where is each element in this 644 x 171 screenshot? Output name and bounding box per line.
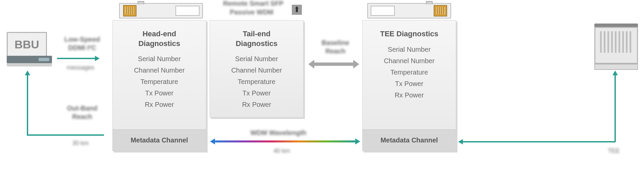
label-outband-sub: 30 km: [64, 139, 97, 147]
list-item: Serial Number: [363, 44, 456, 55]
arrow-baseline-double: [314, 62, 354, 66]
list-item: Temperature: [113, 76, 206, 87]
label-remote-sfp: Remote Smart SFP: [210, 0, 297, 8]
panel-head-footer: Metadata Channel: [113, 129, 206, 151]
label-tee-sub: TEE: [597, 147, 631, 155]
wdm-box-icon: [292, 5, 302, 15]
sfp-head-icon: [119, 1, 203, 20]
label-wdm: WDM Wavelength: [228, 129, 329, 137]
label-passive-wdm: Passive WDM: [221, 8, 282, 16]
label-out-band: Out-Band Reach: [57, 104, 107, 121]
panel-tail-end: Tail-end Diagnostics Serial Number Chann…: [210, 20, 304, 118]
arrow-right-corner: [463, 141, 464, 142]
label-low-speed-text: Low-Speed DDMI I²C: [64, 36, 100, 51]
panel-tail-title-l2: Diagnostics: [236, 39, 278, 48]
list-item: Rx Power: [113, 99, 206, 110]
label-wdm-sub: 40 km: [265, 147, 299, 155]
list-item: Tx Power: [210, 87, 303, 99]
list-item: Channel Number: [113, 65, 206, 76]
list-item: Serial Number: [113, 53, 206, 65]
label-out-band-text: Out-Band Reach: [67, 104, 97, 120]
list-item: Rx Power: [363, 89, 456, 101]
label-baseline-text: Baseline Reach: [322, 39, 349, 55]
bbu-base: [7, 56, 52, 63]
arrow-wdm-rainbow: [215, 140, 356, 142]
panel-tee-title: TEE Diagnostics: [363, 29, 456, 39]
list-item: Serial Number: [210, 53, 303, 65]
label-messages: messages: [62, 64, 99, 72]
list-item: Tx Power: [363, 78, 456, 89]
arrow-outband-v: [27, 75, 28, 135]
list-item: Rx Power: [210, 99, 303, 110]
sfp-tee-icon: [367, 1, 451, 20]
label-low-speed: Low-Speed DDMI I²C: [57, 35, 107, 52]
panel-tee-footer: Metadata Channel: [363, 129, 456, 151]
panel-tail-title-l1: Tail-end: [243, 30, 271, 38]
panel-head-title: Head-end Diagnostics: [113, 29, 206, 48]
panel-tee-title-l1: TEE Diagnostics: [380, 30, 438, 38]
list-item: Temperature: [210, 76, 303, 87]
panel-head-title-l1: Head-end: [143, 30, 176, 38]
arrow-right-h: [463, 141, 615, 142]
radio-unit-icon: [594, 24, 638, 70]
arrow-right-head-icon: [458, 139, 463, 144]
bbu-label: BBU: [14, 38, 39, 51]
arrow-outband-h: [27, 134, 104, 136]
arrow-bbu-to-head: [57, 58, 96, 59]
label-baseline: Baseline Reach: [310, 39, 361, 55]
panel-head-end: Head-end Diagnostics Serial Number Chann…: [112, 20, 206, 151]
panel-head-title-l2: Diagnostics: [139, 39, 180, 48]
panel-tee: TEE Diagnostics Serial Number Channel Nu…: [362, 20, 456, 151]
list-item: Channel Number: [210, 65, 303, 76]
panel-tail-title: Tail-end Diagnostics: [210, 29, 303, 48]
list-item: Temperature: [363, 67, 456, 78]
list-item: Channel Number: [363, 55, 456, 67]
arrow-right-v: [614, 75, 616, 142]
list-item: Tx Power: [113, 87, 206, 99]
bbu-device: BBU: [7, 32, 54, 67]
bbu-label-box: BBU: [7, 32, 47, 57]
bbu-shadow: [7, 63, 52, 67]
